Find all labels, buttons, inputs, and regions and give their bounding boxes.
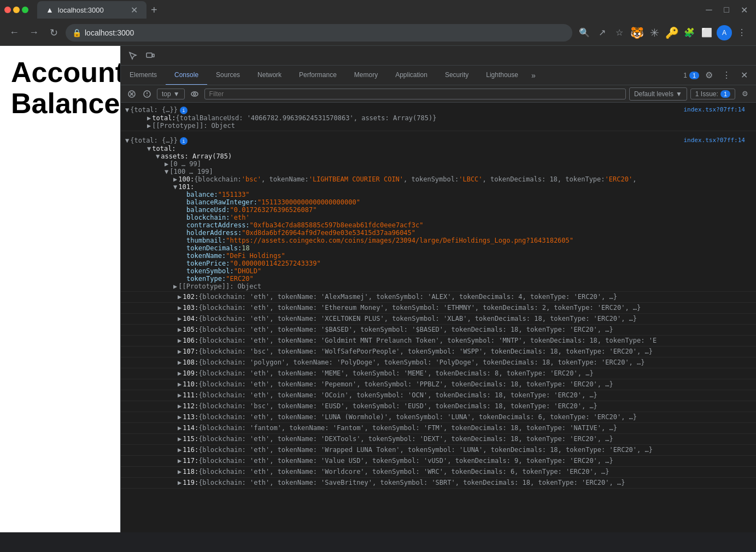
expand-range2[interactable]: ▼ [165,168,168,175]
expand-item-108[interactable]: ▶ [178,359,181,366]
back-button[interactable]: ← [7,25,22,40]
console-item-103: ▶ 103: {blockchain: 'eth', tokenName: 'E… [121,303,756,314]
bookmark-icon[interactable]: ☆ [612,25,627,40]
console-settings-icon[interactable]: ⚙ [739,87,752,101]
page-content: Account Balance [0,46,120,532]
share-icon[interactable]: ↗ [594,25,610,40]
expand-item-105[interactable]: ▶ [178,326,181,333]
more-options-icon[interactable]: ⋮ [719,68,734,83]
close-devtools-icon[interactable]: ✕ [736,68,752,83]
expand-item-118[interactable]: ▶ [178,468,181,475]
maximize-button[interactable]: □ [719,2,734,17]
browser-tab[interactable]: ▲ localhost:3000 ✕ [37,1,146,19]
new-tab-button[interactable]: + [146,1,162,19]
issues-count: 1 [720,90,730,98]
extension3-icon[interactable]: 🔑 [664,25,679,40]
expand-range1[interactable]: ▶ [165,160,168,168]
svg-rect-4 [153,54,154,57]
expand-item-102[interactable]: ▶ [178,293,181,301]
profile-avatar[interactable]: A [717,25,732,40]
devtools-top-icons [121,48,162,63]
tab-application[interactable]: Application [386,66,436,85]
window-controls [4,7,28,13]
expand-item-104[interactable]: ▶ [178,315,181,322]
info-icon-2[interactable]: i [180,137,187,145]
expand-item-107[interactable]: ▶ [178,348,181,355]
tab-memory[interactable]: Memory [345,66,386,85]
extension1-icon[interactable]: 🐯 [629,25,644,40]
expand-item-110[interactable]: ▶ [178,380,181,388]
console-entry-2: index.tsx?07ff:14 ▼ {total: {…}} i ▼ tot… [121,136,756,292]
context-selector[interactable]: top ▼ [157,89,185,99]
inspect-element-icon[interactable] [125,48,140,63]
expand-item-109[interactable]: ▶ [178,369,181,377]
device-toolbar-icon[interactable] [143,48,158,63]
console-item-108: ▶ 108: {blockchain: 'polygon', tokenName… [121,357,756,368]
svg-point-8 [191,92,198,96]
expand-item101[interactable]: ▼ [173,183,177,191]
no-issues-icon[interactable] [140,87,154,101]
tab-close-button[interactable]: ✕ [131,5,138,15]
console-badge: 1 [683,72,687,79]
svg-point-9 [194,93,196,95]
expand-item-106[interactable]: ▶ [178,337,181,344]
split-view-icon[interactable]: ⬜ [699,25,714,40]
expand-assets[interactable]: ▼ [156,152,160,160]
expand-item-113[interactable]: ▶ [178,413,181,421]
tab-sources[interactable]: Sources [207,66,249,85]
console-toolbar-icons [125,87,154,101]
chrome-menu-icon[interactable]: ⋮ [734,25,749,40]
console-item-111: ▶ 111: {blockchain: 'eth', tokenName: 'O… [121,390,756,401]
expand-item-114[interactable]: ▶ [178,424,181,432]
default-levels-selector[interactable]: Default levels ▼ [629,87,687,101]
eye-icon[interactable] [188,87,201,101]
extension2-icon[interactable]: ✳ [647,25,662,40]
minimize-button[interactable]: ─ [701,2,717,17]
tab-performance[interactable]: Performance [290,66,345,85]
console-errors-badge: 1 [689,72,699,79]
console-item-119: ▶ 119: {blockchain: 'eth', tokenName: 'S… [121,478,756,489]
expand-item-111[interactable]: ▶ [178,391,181,399]
expand-item-112[interactable]: ▶ [178,402,181,410]
expand-proto-1[interactable]: ▶ [147,122,151,130]
tabs-overflow-button[interactable]: » [527,71,540,80]
info-icon-1[interactable]: i [180,107,187,114]
expand-item-115[interactable]: ▶ [178,435,181,443]
expand-arrow-2[interactable]: ▼ [125,137,129,144]
tab-elements[interactable]: Elements [121,66,166,85]
tab-lighthouse[interactable]: Lighthouse [477,66,527,85]
console-toolbar: top ▼ Default levels ▼ 1 Issue: 1 ⚙ [121,85,756,103]
main-content: Account Balance [0,46,756,532]
extensions-button[interactable]: 🧩 [682,25,697,40]
settings-icon[interactable]: ⚙ [701,68,717,83]
expand-item-119[interactable]: ▶ [178,479,181,486]
expand-proto-101[interactable]: ▶ [173,283,177,290]
console-output[interactable]: index.tsx?07ff:14 ▼ {total: {…}} i ▶ tot… [121,103,756,532]
tab-console[interactable]: Console [166,66,207,85]
tab-network[interactable]: Network [249,66,290,85]
address-input-box[interactable]: 🔒 localhost:3000 [66,24,572,42]
forward-button[interactable]: → [26,25,42,40]
issues-badge[interactable]: 1 Issue: 1 [690,89,735,99]
search-icon[interactable]: 🔍 [577,25,592,40]
expand-item-117[interactable]: ▶ [178,457,181,465]
expand-item100[interactable]: ▶ [173,175,177,183]
clear-console-icon[interactable] [125,87,138,101]
filter-input[interactable] [204,89,626,99]
expand-arrow-1[interactable]: ▼ [125,106,129,114]
reload-button[interactable]: ↻ [46,25,61,40]
svg-point-7 [146,95,148,96]
console-item-102: ▶ 102: {blockchain: 'eth', tokenName: 'A… [121,292,756,303]
close-window-button[interactable]: ✕ [736,2,752,17]
expand-item-103[interactable]: ▶ [178,304,181,312]
devtools-panel: Elements Console Sources Network Perform… [120,46,756,532]
console-item-113: ▶ 113: {blockchain: 'eth', tokenName: 'L… [121,412,756,423]
expand-total-2[interactable]: ▼ [147,145,151,152]
tab-security[interactable]: Security [436,66,477,85]
file-ref-1[interactable]: index.tsx?07ff:14 [683,106,745,113]
title-bar: ▲ localhost:3000 ✕ + ─ □ ✕ [0,0,756,20]
file-ref-2[interactable]: index.tsx?07ff:14 [683,137,745,144]
console-item-112: ▶ 112: {blockchain: 'bsc', tokenName: 'E… [121,401,756,412]
expand-total-1[interactable]: ▶ [147,114,151,122]
expand-item-116[interactable]: ▶ [178,446,181,454]
